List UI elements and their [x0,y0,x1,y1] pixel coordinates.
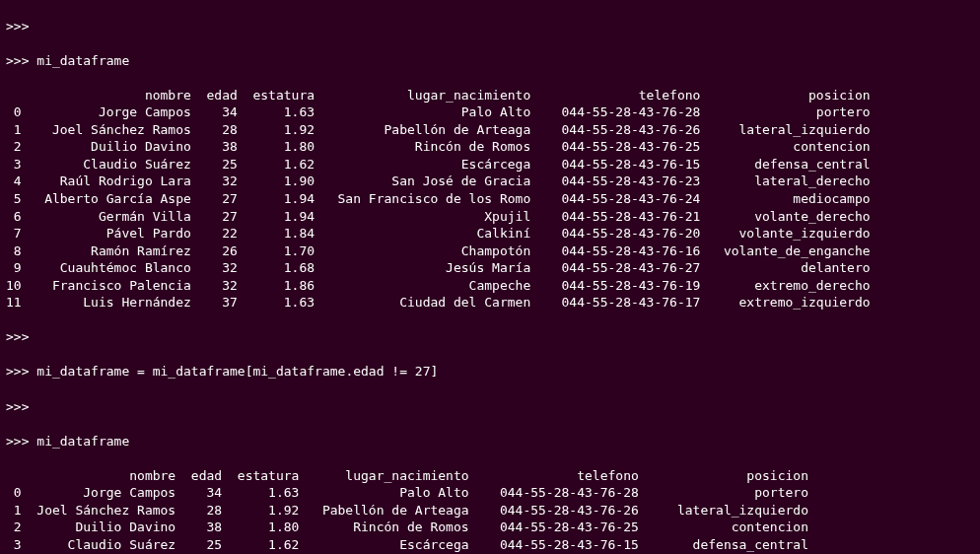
input-line-1: >>> mi_dataframe [6,52,974,70]
table-header-row: nombre edad estatura lugar_nacimiento te… [6,87,974,104]
prompt: >>> [6,364,29,379]
table-row: 0 Jorge Campos 34 1.63 Palo Alto 044-55-… [6,484,974,502]
table-row: 9 Cuauhtémoc Blanco 32 1.68 Jesús María … [6,259,974,277]
prompt: >>> [6,19,29,34]
prompt: >>> [6,53,29,68]
terminal[interactable]: >>> >>> mi_dataframe nombre edad estatur… [0,0,980,554]
table-row: 2 Duilio Davino 38 1.80 Rincón de Romos … [6,138,974,156]
table-row: 11 Luis Hernández 37 1.63 Ciudad del Car… [6,294,974,312]
table-row: 7 Pável Pardo 22 1.84 Calkiní 044-55-28-… [6,225,974,242]
prompt: >>> [6,399,29,414]
table-row: 3 Claudio Suárez 25 1.62 Escárcega 044-5… [6,156,974,173]
command-2: mi_dataframe = mi_dataframe[mi_dataframe… [36,364,438,379]
output-table-2: nombre edad estatura lugar_nacimiento te… [6,467,974,554]
prompt-line: >>> [6,18,974,35]
table-row: 3 Claudio Suárez 25 1.62 Escárcega 044-5… [6,536,974,554]
input-line-3: >>> mi_dataframe [6,433,974,450]
prompt-line: >>> [6,398,974,416]
prompt-line: >>> [6,328,974,346]
table-row: 1 Joel Sánchez Ramos 28 1.92 Pabellón de… [6,502,974,519]
table-row: 8 Ramón Ramírez 26 1.70 Champotón 044-55… [6,242,974,260]
table-row: 1 Joel Sánchez Ramos 28 1.92 Pabellón de… [6,121,974,139]
table-row: 4 Raúl Rodrigo Lara 32 1.90 San José de … [6,173,974,190]
table-row: 5 Alberto García Aspe 27 1.94 San Franci… [6,190,974,208]
prompt: >>> [6,329,29,344]
table-header-row: nombre edad estatura lugar_nacimiento te… [6,467,974,485]
table-row: 2 Duilio Davino 38 1.80 Rincón de Romos … [6,519,974,536]
table-row: 0 Jorge Campos 34 1.63 Palo Alto 044-55-… [6,104,974,121]
command-1: mi_dataframe [36,53,129,68]
input-line-2: >>> mi_dataframe = mi_dataframe[mi_dataf… [6,363,974,381]
prompt: >>> [6,434,29,449]
table-row: 6 Germán Villa 27 1.94 Xpujil 044-55-28-… [6,208,974,226]
command-3: mi_dataframe [36,434,129,449]
table-row: 10 Francisco Palencia 32 1.86 Campeche 0… [6,277,974,295]
output-table-1: nombre edad estatura lugar_nacimiento te… [6,87,974,312]
